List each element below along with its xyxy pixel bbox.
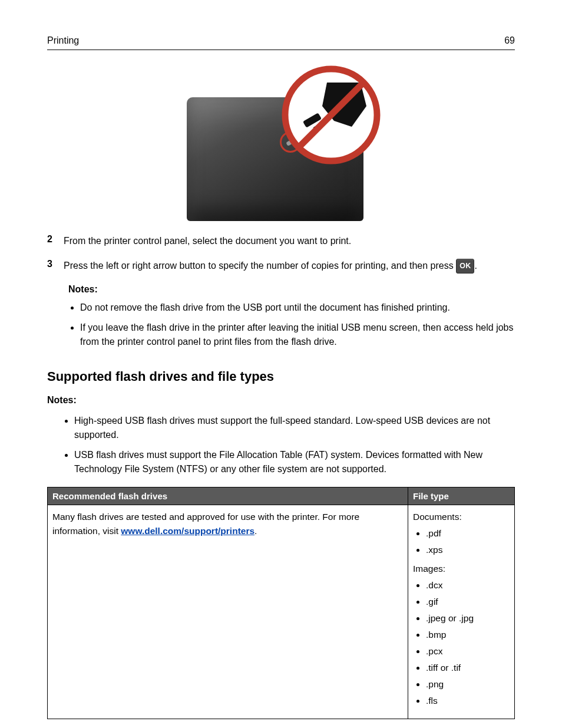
support-link[interactable]: www.dell.com/support/printers	[121, 526, 254, 536]
list-item: .bmp	[426, 628, 510, 642]
documents-label: Documents:	[413, 510, 510, 524]
table-header-filetype: File type	[408, 487, 515, 505]
images-label: Images:	[413, 562, 510, 576]
do-not-touch-icon	[281, 65, 381, 165]
step-number: 2	[47, 234, 64, 248]
list-item: .pdf	[426, 526, 510, 541]
list-item: .png	[426, 677, 510, 691]
supported-types-table: Recommended flash drives File type Many …	[47, 487, 515, 719]
drives-cell: Many flash drives are tested and approve…	[48, 505, 408, 719]
table-header-drives: Recommended flash drives	[48, 487, 408, 505]
filetype-cell: Documents: .pdf .xps Images: .dcx .gif .…	[408, 505, 515, 719]
section-heading: Supported flash drives and file types	[47, 369, 515, 384]
step-3-suffix: .	[474, 261, 477, 271]
list-item: .dcx	[426, 578, 510, 592]
section-notes-title: Notes:	[47, 395, 515, 406]
list-item: Do not remove the flash drive from the U…	[80, 301, 515, 315]
step-text: From the printer control panel, select t…	[64, 234, 515, 248]
step-2: 2 From the printer control panel, select…	[47, 234, 515, 248]
header-section: Printing	[47, 35, 79, 46]
header-page-number: 69	[504, 35, 515, 46]
list-item: If you leave the flash drive in the prin…	[80, 321, 515, 349]
step-text: Press the left or right arrow button to …	[64, 259, 515, 274]
list-item: .fls	[426, 694, 510, 708]
printer-illustration	[47, 68, 515, 223]
step-3-prefix: Press the left or right arrow button to …	[64, 261, 456, 271]
step-number: 3	[47, 259, 64, 274]
documents-list: .pdf .xps	[426, 526, 510, 557]
images-list: .dcx .gif .jpeg or .jpg .bmp .pcx .tiff …	[426, 578, 510, 708]
list-item: .gif	[426, 595, 510, 609]
page-header: Printing 69	[47, 35, 515, 50]
section-notes-list: High-speed USB flash drives must support…	[74, 414, 515, 476]
list-item: High-speed USB flash drives must support…	[74, 414, 515, 442]
table-row: Many flash drives are tested and approve…	[48, 505, 515, 719]
ok-button-icon: OK	[456, 259, 474, 274]
list-item: .pcx	[426, 644, 510, 658]
list-item: USB flash drives must support the File A…	[74, 448, 515, 476]
list-item: .xps	[426, 543, 510, 557]
list-item: .tiff or .tif	[426, 661, 510, 675]
drives-tail: .	[254, 526, 257, 536]
list-item: .jpeg or .jpg	[426, 611, 510, 625]
step-3: 3 Press the left or right arrow button t…	[47, 259, 515, 274]
step-notes-title: Notes:	[68, 284, 515, 295]
step-notes-list: Do not remove the flash drive from the U…	[80, 301, 515, 349]
